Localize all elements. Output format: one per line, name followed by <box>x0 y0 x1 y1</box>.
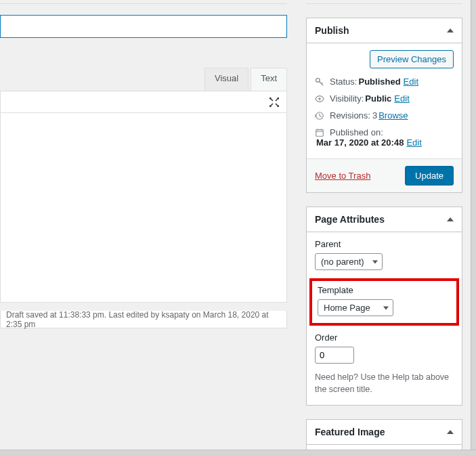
chevron-down-icon <box>383 306 389 309</box>
template-label: Template <box>318 285 451 295</box>
expand-icon[interactable] <box>269 97 280 108</box>
window-bottom-border <box>0 450 476 455</box>
featured-image-toggle[interactable]: Featured Image <box>307 420 462 445</box>
editor-content-area[interactable] <box>0 113 287 303</box>
tab-visual[interactable]: Visual <box>204 68 248 91</box>
svg-point-5 <box>318 98 321 100</box>
revisions-value: 3 <box>372 110 377 121</box>
editor-status-bar: Draft saved at 11:38:33 pm. Last edited … <box>0 311 287 328</box>
page-title-input[interactable] <box>0 15 287 38</box>
key-icon <box>315 77 324 87</box>
publish-panel-toggle[interactable]: Publish <box>307 18 462 43</box>
visibility-edit-link[interactable]: Edit <box>394 93 409 104</box>
parent-label: Parent <box>315 239 454 249</box>
publish-panel: Publish Preview Changes Status: Publishe… <box>306 18 462 193</box>
order-input[interactable] <box>315 347 354 364</box>
editor-toolbar <box>0 91 287 113</box>
chevron-up-icon <box>447 28 454 32</box>
status-value: Published <box>358 77 400 87</box>
chevron-down-icon <box>372 260 378 263</box>
attributes-help-text: Need help? Use the Help tab above the sc… <box>315 372 454 395</box>
revisions-label: Revisions: <box>330 110 370 121</box>
featured-image-heading: Featured Image <box>315 427 385 437</box>
published-label: Published on: <box>330 127 383 137</box>
status-edit-link[interactable]: Edit <box>404 77 418 87</box>
template-select-value: Home Page <box>324 303 370 313</box>
publish-heading: Publish <box>315 25 349 36</box>
sidebar-top-border <box>306 0 462 4</box>
visibility-label: Visibility: <box>330 93 364 104</box>
page-attributes-panel: Page Attributes Parent (no parent) Templ… <box>306 207 462 406</box>
published-value: Mar 17, 2020 at 20:48 <box>316 137 404 148</box>
preview-changes-button[interactable]: Preview Changes <box>370 50 454 68</box>
tab-text[interactable]: Text <box>251 68 287 91</box>
status-text: Draft saved at 11:38:33 pm. Last edited … <box>6 310 281 329</box>
revisions-browse-link[interactable]: Browse <box>378 110 408 121</box>
eye-icon <box>315 94 324 104</box>
update-button[interactable]: Update <box>405 166 454 186</box>
calendar-icon <box>315 128 324 137</box>
page-attributes-heading: Page Attributes <box>315 214 385 225</box>
chevron-up-icon <box>447 217 454 221</box>
page-attributes-toggle[interactable]: Page Attributes <box>307 207 462 232</box>
parent-select-value: (no parent) <box>321 257 364 267</box>
order-label: Order <box>315 332 454 343</box>
revisions-icon <box>315 111 324 121</box>
visibility-value: Public <box>365 93 391 104</box>
status-label: Status: <box>330 77 357 87</box>
move-to-trash-link[interactable]: Move to Trash <box>315 171 370 181</box>
svg-rect-7 <box>316 129 324 136</box>
chevron-up-icon <box>447 430 454 434</box>
template-select[interactable]: Home Page <box>318 299 393 316</box>
editor-top-border <box>0 0 287 4</box>
template-highlight: Template Home Page <box>309 278 459 326</box>
published-edit-link[interactable]: Edit <box>406 137 421 148</box>
svg-point-4 <box>316 78 320 82</box>
window-right-border <box>471 0 476 455</box>
